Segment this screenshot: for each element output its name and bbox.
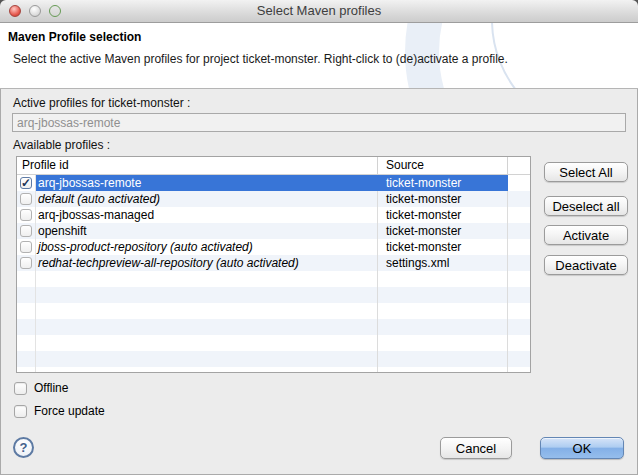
unchecked-checkbox-icon[interactable] [20, 209, 32, 221]
table-row[interactable]: jboss-product-repository (auto activated… [17, 239, 530, 255]
source-cell: ticket-monster [378, 223, 508, 239]
table-row[interactable]: ✓ arq-jbossas-remote ticket-monster [17, 175, 530, 191]
empty-table-row[interactable] [17, 335, 530, 351]
title-bar[interactable]: Select Maven profiles [0, 0, 638, 23]
unchecked-checkbox-icon[interactable] [20, 193, 32, 205]
empty-table-row[interactable] [17, 287, 530, 303]
table-header: Profile id Source [17, 157, 530, 175]
cancel-button[interactable]: Cancel [440, 437, 512, 459]
source-cell: ticket-monster [378, 239, 508, 255]
banner-arc-decoration-inner [491, 23, 638, 89]
force-update-option[interactable]: Force update [14, 404, 105, 418]
column-header-filler [508, 157, 530, 174]
offline-option[interactable]: Offline [14, 381, 68, 395]
row-checkbox-cell [17, 223, 36, 239]
empty-table-row[interactable] [17, 319, 530, 335]
available-profiles-label: Available profiles : [13, 138, 110, 152]
profile-id-cell: openshift [36, 223, 378, 239]
empty-table-row[interactable] [17, 303, 530, 319]
table-row[interactable]: arq-jbossas-managed ticket-monster [17, 207, 530, 223]
unchecked-checkbox-icon[interactable] [20, 225, 32, 237]
maven-profiles-dialog: Select Maven profiles Maven Profile sele… [0, 0, 638, 475]
source-cell: settings.xml [378, 255, 508, 271]
column-header-source[interactable]: Source [378, 157, 508, 174]
checked-checkbox-icon[interactable]: ✓ [20, 177, 32, 189]
deselect-all-button[interactable]: Deselect all [544, 196, 628, 216]
table-row[interactable]: openshift ticket-monster [17, 223, 530, 239]
row-checkbox-cell [17, 239, 36, 255]
row-checkbox-cell: ✓ [17, 175, 36, 191]
active-profiles-label: Active profiles for ticket-monster : [13, 96, 190, 110]
active-profiles-field[interactable] [12, 113, 626, 132]
banner-description: Select the active Maven profiles for pro… [13, 52, 508, 66]
empty-table-row[interactable] [17, 271, 530, 287]
banner-title: Maven Profile selection [8, 30, 141, 44]
offline-label: Offline [34, 381, 68, 395]
activate-button[interactable]: Activate [544, 225, 628, 245]
profile-id-cell: default (auto activated) [36, 191, 378, 207]
ok-button[interactable]: OK [540, 437, 624, 459]
deactivate-button[interactable]: Deactivate [544, 255, 628, 275]
window-controls [9, 5, 61, 17]
row-checkbox-cell [17, 255, 36, 271]
source-cell: ticket-monster [378, 191, 508, 207]
offline-checkbox[interactable] [14, 382, 27, 395]
window-title: Select Maven profiles [0, 0, 638, 22]
source-cell: ticket-monster [378, 207, 508, 223]
dialog-banner: Maven Profile selection Select the activ… [0, 23, 638, 89]
empty-table-row[interactable] [17, 351, 530, 367]
help-button[interactable]: ? [13, 437, 34, 458]
force-update-label: Force update [34, 404, 105, 418]
profile-id-cell: redhat-techpreview-all-repository (auto … [36, 255, 378, 271]
select-all-button[interactable]: Select All [544, 162, 628, 182]
close-icon[interactable] [9, 5, 21, 17]
minimize-icon[interactable] [29, 5, 41, 17]
empty-table-row[interactable] [17, 367, 530, 373]
table-row[interactable]: default (auto activated) ticket-monster [17, 191, 530, 207]
row-checkbox-cell [17, 207, 36, 223]
unchecked-checkbox-icon[interactable] [20, 257, 32, 269]
profile-id-cell: arq-jbossas-remote [36, 175, 378, 191]
column-header-profile-id[interactable]: Profile id [17, 157, 378, 174]
row-checkbox-cell [17, 191, 36, 207]
profile-id-cell: jboss-product-repository (auto activated… [36, 239, 378, 255]
profiles-table[interactable]: Profile id Source ✓ arq-jbossas-remote t… [16, 156, 531, 373]
zoom-icon[interactable] [49, 5, 61, 17]
source-cell: ticket-monster [378, 175, 508, 191]
unchecked-checkbox-icon[interactable] [20, 241, 32, 253]
table-row[interactable]: redhat-techpreview-all-repository (auto … [17, 255, 530, 271]
force-update-checkbox[interactable] [14, 405, 27, 418]
profile-id-cell: arq-jbossas-managed [36, 207, 378, 223]
